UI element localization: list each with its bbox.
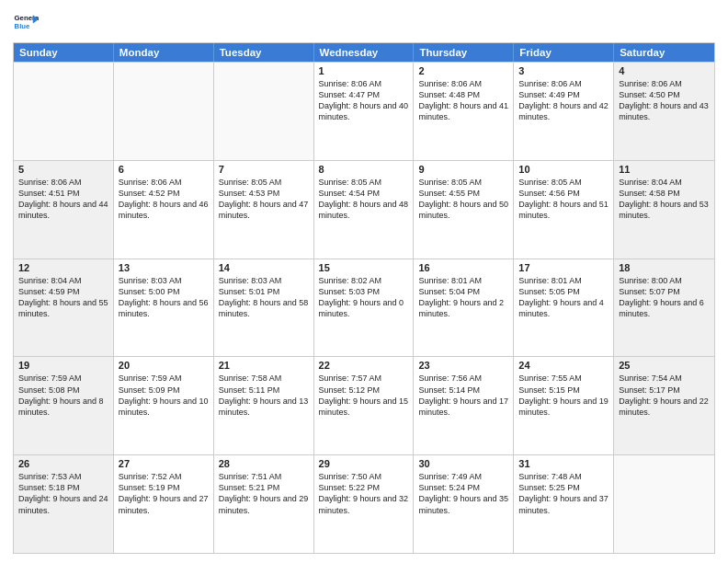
calendar-cell: 12Sunrise: 8:04 AM Sunset: 4:59 PM Dayli… xyxy=(14,259,114,357)
calendar-cell xyxy=(614,455,714,553)
calendar-cell: 9Sunrise: 8:05 AM Sunset: 4:55 PM Daylig… xyxy=(414,161,514,259)
page-header: General Blue xyxy=(13,9,715,35)
day-number: 19 xyxy=(18,360,108,371)
day-info: Sunrise: 8:03 AM Sunset: 5:01 PM Dayligh… xyxy=(219,275,309,320)
day-number: 8 xyxy=(319,164,409,175)
calendar-cell: 27Sunrise: 7:52 AM Sunset: 5:19 PM Dayli… xyxy=(114,455,214,553)
calendar-header: SundayMondayTuesdayWednesdayThursdayFrid… xyxy=(14,43,714,62)
calendar-cell: 15Sunrise: 8:02 AM Sunset: 5:03 PM Dayli… xyxy=(314,259,415,357)
day-number: 27 xyxy=(119,458,209,469)
header-cell-thursday: Thursday xyxy=(414,43,514,62)
day-number: 14 xyxy=(219,262,309,273)
day-number: 20 xyxy=(119,360,209,371)
day-number: 29 xyxy=(319,458,409,469)
calendar-cell: 16Sunrise: 8:01 AM Sunset: 5:04 PM Dayli… xyxy=(414,259,514,357)
calendar-cell xyxy=(114,63,214,160)
calendar-cell: 10Sunrise: 8:05 AM Sunset: 4:56 PM Dayli… xyxy=(514,161,614,259)
day-number: 28 xyxy=(219,458,309,469)
day-info: Sunrise: 8:05 AM Sunset: 4:55 PM Dayligh… xyxy=(418,177,508,222)
calendar-cell: 29Sunrise: 7:50 AM Sunset: 5:22 PM Dayli… xyxy=(314,455,415,553)
calendar-week-3: 12Sunrise: 8:04 AM Sunset: 4:59 PM Dayli… xyxy=(14,259,714,357)
day-number: 11 xyxy=(619,164,710,175)
calendar-cell xyxy=(214,63,314,160)
day-number: 15 xyxy=(319,262,409,273)
calendar-cell: 13Sunrise: 8:03 AM Sunset: 5:00 PM Dayli… xyxy=(114,259,214,357)
calendar-cell: 11Sunrise: 8:04 AM Sunset: 4:58 PM Dayli… xyxy=(614,161,714,259)
day-number: 3 xyxy=(518,65,609,76)
day-number: 4 xyxy=(619,65,710,76)
day-number: 30 xyxy=(418,458,508,469)
day-info: Sunrise: 8:04 AM Sunset: 4:59 PM Dayligh… xyxy=(18,275,108,320)
day-number: 5 xyxy=(18,164,108,175)
day-info: Sunrise: 8:02 AM Sunset: 5:03 PM Dayligh… xyxy=(319,275,409,320)
calendar-cell: 31Sunrise: 7:48 AM Sunset: 5:25 PM Dayli… xyxy=(514,455,614,553)
day-number: 1 xyxy=(319,65,409,76)
header-cell-friday: Friday xyxy=(514,43,614,62)
day-info: Sunrise: 8:00 AM Sunset: 5:07 PM Dayligh… xyxy=(619,275,710,320)
day-info: Sunrise: 7:56 AM Sunset: 5:14 PM Dayligh… xyxy=(418,373,508,418)
calendar-cell: 5Sunrise: 8:06 AM Sunset: 4:51 PM Daylig… xyxy=(14,161,114,259)
day-info: Sunrise: 8:06 AM Sunset: 4:50 PM Dayligh… xyxy=(619,78,710,123)
day-info: Sunrise: 7:52 AM Sunset: 5:19 PM Dayligh… xyxy=(119,471,209,516)
calendar-cell: 23Sunrise: 7:56 AM Sunset: 5:14 PM Dayli… xyxy=(414,357,514,454)
calendar-cell: 14Sunrise: 8:03 AM Sunset: 5:01 PM Dayli… xyxy=(214,259,314,357)
calendar-cell: 3Sunrise: 8:06 AM Sunset: 4:49 PM Daylig… xyxy=(514,63,614,160)
calendar-cell: 17Sunrise: 8:01 AM Sunset: 5:05 PM Dayli… xyxy=(514,259,614,357)
day-number: 22 xyxy=(319,360,409,371)
day-info: Sunrise: 7:49 AM Sunset: 5:24 PM Dayligh… xyxy=(418,471,508,516)
day-info: Sunrise: 8:06 AM Sunset: 4:47 PM Dayligh… xyxy=(319,78,409,123)
day-number: 12 xyxy=(18,262,108,273)
header-cell-saturday: Saturday xyxy=(614,43,714,62)
day-number: 16 xyxy=(418,262,508,273)
calendar-cell: 2Sunrise: 8:06 AM Sunset: 4:48 PM Daylig… xyxy=(414,63,514,160)
day-info: Sunrise: 7:53 AM Sunset: 5:18 PM Dayligh… xyxy=(18,471,108,516)
svg-text:Blue: Blue xyxy=(15,22,31,30)
day-info: Sunrise: 7:57 AM Sunset: 5:12 PM Dayligh… xyxy=(319,373,409,418)
day-number: 24 xyxy=(518,360,609,371)
header-cell-wednesday: Wednesday xyxy=(314,43,415,62)
day-info: Sunrise: 8:05 AM Sunset: 4:56 PM Dayligh… xyxy=(518,177,609,222)
calendar-cell: 4Sunrise: 8:06 AM Sunset: 4:50 PM Daylig… xyxy=(614,63,714,160)
day-number: 7 xyxy=(219,164,309,175)
day-info: Sunrise: 7:59 AM Sunset: 5:08 PM Dayligh… xyxy=(18,373,108,418)
calendar-body: 1Sunrise: 8:06 AM Sunset: 4:47 PM Daylig… xyxy=(14,62,714,553)
calendar-cell: 18Sunrise: 8:00 AM Sunset: 5:07 PM Dayli… xyxy=(614,259,714,357)
day-info: Sunrise: 7:50 AM Sunset: 5:22 PM Dayligh… xyxy=(319,471,409,516)
calendar-week-1: 1Sunrise: 8:06 AM Sunset: 4:47 PM Daylig… xyxy=(14,62,714,160)
calendar-cell: 25Sunrise: 7:54 AM Sunset: 5:17 PM Dayli… xyxy=(614,357,714,454)
calendar-cell: 7Sunrise: 8:05 AM Sunset: 4:53 PM Daylig… xyxy=(214,161,314,259)
day-number: 25 xyxy=(619,360,710,371)
day-info: Sunrise: 8:03 AM Sunset: 5:00 PM Dayligh… xyxy=(119,275,209,320)
day-info: Sunrise: 7:51 AM Sunset: 5:21 PM Dayligh… xyxy=(219,471,309,516)
calendar-cell: 20Sunrise: 7:59 AM Sunset: 5:09 PM Dayli… xyxy=(114,357,214,454)
day-number: 17 xyxy=(518,262,609,273)
day-info: Sunrise: 8:01 AM Sunset: 5:05 PM Dayligh… xyxy=(518,275,609,320)
header-cell-monday: Monday xyxy=(114,43,214,62)
calendar-cell: 21Sunrise: 7:58 AM Sunset: 5:11 PM Dayli… xyxy=(214,357,314,454)
calendar-cell: 19Sunrise: 7:59 AM Sunset: 5:08 PM Dayli… xyxy=(14,357,114,454)
day-info: Sunrise: 8:05 AM Sunset: 4:54 PM Dayligh… xyxy=(319,177,409,222)
calendar-cell: 6Sunrise: 8:06 AM Sunset: 4:52 PM Daylig… xyxy=(114,161,214,259)
day-number: 23 xyxy=(418,360,508,371)
calendar-cell: 22Sunrise: 7:57 AM Sunset: 5:12 PM Dayli… xyxy=(314,357,415,454)
day-number: 6 xyxy=(119,164,209,175)
calendar-cell: 28Sunrise: 7:51 AM Sunset: 5:21 PM Dayli… xyxy=(214,455,314,553)
day-info: Sunrise: 8:06 AM Sunset: 4:48 PM Dayligh… xyxy=(418,78,508,123)
calendar-cell xyxy=(14,63,114,160)
day-number: 31 xyxy=(518,458,609,469)
calendar-cell: 1Sunrise: 8:06 AM Sunset: 4:47 PM Daylig… xyxy=(314,63,415,160)
day-number: 2 xyxy=(418,65,508,76)
calendar-cell: 26Sunrise: 7:53 AM Sunset: 5:18 PM Dayli… xyxy=(14,455,114,553)
calendar-page: General Blue SundayMondayTuesdayWednesda… xyxy=(0,0,728,563)
day-number: 13 xyxy=(119,262,209,273)
day-info: Sunrise: 8:06 AM Sunset: 4:52 PM Dayligh… xyxy=(119,177,209,222)
calendar-cell: 8Sunrise: 8:05 AM Sunset: 4:54 PM Daylig… xyxy=(314,161,415,259)
day-info: Sunrise: 7:54 AM Sunset: 5:17 PM Dayligh… xyxy=(619,373,710,418)
day-number: 10 xyxy=(518,164,609,175)
day-info: Sunrise: 7:48 AM Sunset: 5:25 PM Dayligh… xyxy=(518,471,609,516)
calendar-week-5: 26Sunrise: 7:53 AM Sunset: 5:18 PM Dayli… xyxy=(14,454,714,553)
calendar-week-4: 19Sunrise: 7:59 AM Sunset: 5:08 PM Dayli… xyxy=(14,356,714,454)
header-cell-sunday: Sunday xyxy=(14,43,114,62)
day-number: 18 xyxy=(619,262,710,273)
day-info: Sunrise: 7:58 AM Sunset: 5:11 PM Dayligh… xyxy=(219,373,309,418)
